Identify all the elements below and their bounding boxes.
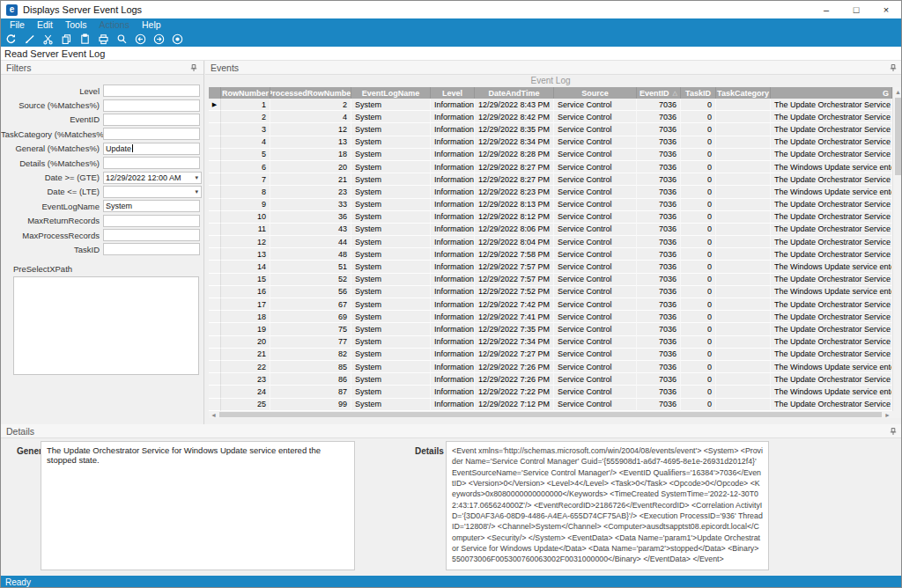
row-selector[interactable] [209,136,221,149]
grid-cell[interactable]: Information [431,248,475,261]
grid-cell[interactable]: Service Control [554,211,637,224]
grid-cell[interactable]: 0 [681,136,716,149]
grid-cell[interactable]: Information [431,111,475,123]
chevron-down-icon[interactable]: ▾ [195,174,201,181]
grid-cell[interactable]: System [351,336,431,349]
grid-cell[interactable]: 0 [681,386,716,398]
grid-cell[interactable]: 11 [221,224,270,236]
grid-cell[interactable] [716,286,771,298]
grid-cell[interactable]: Service Control [554,248,637,261]
grid-cell[interactable]: 4 [270,111,351,123]
grid-cell[interactable]: 36 [270,211,351,224]
row-selector[interactable] [209,161,221,173]
grid-cell[interactable]: 7036 [637,123,681,136]
grid-cell[interactable]: The Update Orchestrator Service for Wind… [771,236,892,248]
grid-cell[interactable]: 0 [681,99,716,111]
details-xml-box[interactable]: <Event xmlns='http://schemas.microsoft.c… [446,441,769,570]
table-row[interactable]: 413SystemInformation12/29/2022 8:34 PMSe… [209,136,892,149]
grid-cell[interactable]: Service Control [554,261,637,273]
grid-cell[interactable]: Information [431,236,475,248]
grid-cell[interactable]: 12/29/2022 7:22 PM [475,386,554,398]
grid-cell[interactable]: 0 [681,261,716,273]
grid-cell[interactable]: 7036 [637,149,681,161]
grid-cell[interactable]: 0 [681,248,716,261]
row-selector[interactable] [209,373,221,386]
grid-cell[interactable]: Information [431,261,475,273]
grid-cell[interactable] [716,349,771,361]
grid-cell[interactable]: The Update Orchestrator Service for Wind… [771,349,892,361]
grid-cell[interactable]: Information [431,199,475,211]
filter-input-2[interactable] [103,114,200,126]
row-selector[interactable] [209,224,221,236]
column-header-dateandtime[interactable]: DateAndTime [475,87,554,99]
grid-cell[interactable] [716,298,771,311]
scroll-right-icon[interactable]: ► [883,412,892,418]
grid-cell[interactable]: System [351,236,431,248]
grid-cell[interactable]: 13 [221,248,270,261]
minimize-button[interactable]: – [811,1,841,18]
grid-cell[interactable]: Service Control [554,136,637,149]
grid-cell[interactable]: System [351,286,431,298]
grid-cell[interactable]: Information [431,161,475,173]
pin-icon[interactable] [889,427,898,436]
grid-cell[interactable]: 20 [221,336,270,349]
grid-cell[interactable]: Information [431,186,475,198]
row-selector[interactable] [209,186,221,198]
grid-cell[interactable]: 7036 [637,261,681,273]
menu-help[interactable]: Help [136,18,167,32]
grid-cell[interactable]: 15 [221,274,270,286]
grid-cell[interactable] [716,311,771,323]
grid-cell[interactable]: Service Control [554,323,637,335]
grid-cell[interactable]: 44 [270,236,351,248]
grid-cell[interactable]: 7036 [637,111,681,123]
table-row[interactable]: 2386SystemInformation12/29/2022 7:26 PMS… [209,373,892,386]
grid-cell[interactable]: Information [431,361,475,373]
grid-cell[interactable]: 12/29/2022 8:42 PM [475,111,554,123]
grid-cell[interactable]: 7036 [637,199,681,211]
grid-cell[interactable]: Information [431,336,475,349]
grid-cell[interactable] [716,261,771,273]
grid-cell[interactable]: 0 [681,286,716,298]
cut-icon[interactable] [41,33,55,46]
grid-cell[interactable]: 7036 [637,99,681,111]
filter-input-5[interactable] [103,157,200,169]
grid-cell[interactable]: 12 [221,236,270,248]
grid-cell[interactable]: 7036 [637,248,681,261]
grid-cell[interactable]: 10 [221,211,270,224]
grid-cell[interactable]: The Windows Update service entered the s… [771,286,892,298]
column-header-eventlogname[interactable]: EventLogName [351,87,431,99]
grid-cell[interactable] [716,386,771,398]
grid-cell[interactable] [716,248,771,261]
grid-cell[interactable]: Service Control [554,111,637,123]
row-selector[interactable] [209,111,221,123]
grid-cell[interactable]: 56 [270,286,351,298]
grid-cell[interactable]: The Update Orchestrator Service for Wind… [771,149,892,161]
refresh-icon[interactable] [4,33,18,46]
filter-input-8[interactable] [103,200,200,212]
grid-cell[interactable]: 0 [681,224,716,236]
grid-cell[interactable]: 24 [221,386,270,398]
table-row[interactable]: 2077SystemInformation12/29/2022 7:34 PMS… [209,336,892,349]
grid-cell[interactable]: 0 [681,123,716,136]
table-row[interactable]: 312SystemInformation12/29/2022 8:35 PMSe… [209,123,892,136]
grid-cell[interactable]: The Windows Update service entered the r… [771,161,892,173]
grid-cell[interactable]: Service Control [554,224,637,236]
grid-cell[interactable] [716,186,771,198]
grid-cell[interactable] [716,149,771,161]
row-selector[interactable] [209,349,221,361]
forward-icon[interactable] [152,33,166,46]
grid-cell[interactable]: 12/29/2022 8:27 PM [475,173,554,186]
grid-cell[interactable]: 18 [270,149,351,161]
horizontal-scrollbar[interactable]: ◄ ► [209,411,892,418]
table-row[interactable]: 1348SystemInformation12/29/2022 7:58 PMS… [209,248,892,261]
grid-cell[interactable]: Information [431,211,475,224]
grid-cell[interactable]: Service Control [554,373,637,386]
grid-cell[interactable] [716,274,771,286]
grid-cell[interactable]: 0 [681,311,716,323]
grid-cell[interactable]: System [351,211,431,224]
grid-cell[interactable]: The Update Orchestrator Service for Wind… [771,336,892,349]
grid-cell[interactable]: 2 [270,99,351,111]
grid-cell[interactable] [716,399,771,411]
grid-cell[interactable]: System [351,248,431,261]
grid-cell[interactable]: The Update Orchestrator Service for Wind… [771,123,892,136]
